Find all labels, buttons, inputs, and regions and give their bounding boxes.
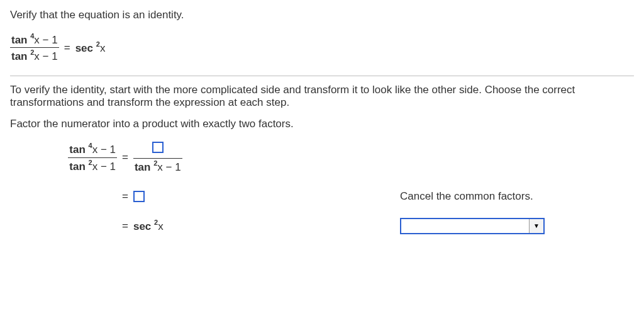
equals-sign: = — [122, 190, 128, 203]
exp-4: 4 — [30, 32, 34, 40]
equals-sign: = — [122, 151, 128, 164]
func-tan: tan — [135, 161, 151, 173]
step-3-row: = sec 2x ▼ — [48, 219, 634, 233]
num-rest: x − 1 — [92, 144, 116, 156]
exp-2: 2 — [96, 40, 100, 48]
den-rest: x − 1 — [157, 161, 180, 173]
dropdown-value — [401, 219, 529, 233]
equals-sign: = — [64, 42, 70, 54]
num-rest: x − 1 — [34, 34, 57, 46]
step-2-row: = Cancel the common factors. — [48, 190, 634, 203]
rhs-expression: sec 2x — [75, 41, 106, 55]
step-1-row: tan 4x − 1 tan 2x − 1 = tan 2x − 1 — [48, 142, 634, 174]
lhs-fraction: tan 4x − 1 tan 2x − 1 — [10, 33, 59, 63]
func-sec: sec — [75, 42, 93, 54]
final-expression: sec 2x — [133, 219, 164, 233]
instruction-transform: To verify the identity, start with the m… — [10, 84, 634, 109]
exp-2: 2 — [89, 159, 92, 166]
equals-sign: = — [122, 220, 128, 232]
den-rest: x − 1 — [34, 50, 57, 62]
cancel-annotation: Cancel the common factors. — [400, 190, 533, 203]
exp-2: 2 — [30, 48, 34, 56]
exp-2: 2 — [154, 219, 158, 226]
transformation-dropdown[interactable]: ▼ — [400, 218, 545, 234]
var-x: x — [158, 220, 164, 232]
step1-lhs-fraction: tan 4x − 1 tan 2x − 1 — [68, 142, 117, 173]
var-x: x — [100, 42, 106, 54]
exp-4: 4 — [89, 142, 92, 149]
func-tan: tan — [69, 160, 86, 172]
simplified-answer-input[interactable] — [133, 191, 145, 202]
step1-rhs-fraction: tan 2x − 1 — [133, 142, 182, 174]
question-prompt: Verify that the equation is an identity. — [10, 9, 634, 21]
den-rest: x − 1 — [92, 160, 116, 172]
numerator-answer-input[interactable] — [152, 142, 164, 153]
instruction-factor: Factor the numerator into a product with… — [10, 118, 634, 130]
func-sec: sec — [133, 220, 151, 232]
chevron-down-icon: ▼ — [529, 219, 543, 233]
exp-2: 2 — [153, 159, 157, 167]
func-tan: tan — [69, 144, 86, 156]
func-tan: tan — [11, 34, 28, 46]
main-equation: tan 4x − 1 tan 2x − 1 = sec 2x — [10, 33, 634, 63]
func-tan: tan — [11, 50, 28, 62]
section-divider — [10, 76, 634, 76]
